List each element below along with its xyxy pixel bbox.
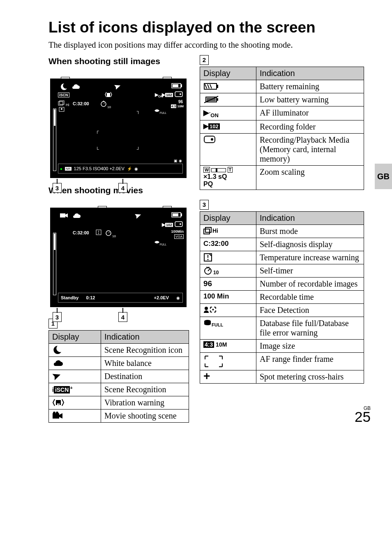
moon-icon bbox=[60, 83, 68, 90]
section-num-3: 3 bbox=[200, 200, 209, 210]
standby-label: Standby bbox=[61, 295, 78, 300]
svg-point-5 bbox=[180, 93, 181, 95]
svg-rect-2 bbox=[173, 84, 178, 87]
table-3: DisplayIndication Hi Burst mode C:32:00 … bbox=[200, 211, 364, 384]
side-tab: GB bbox=[375, 164, 392, 189]
lcd-movie: ▶102 C:32:00 10 100Min VGA FULL bbox=[50, 208, 187, 307]
heading-still: When shooting still images bbox=[48, 56, 189, 66]
battery-icon bbox=[171, 83, 183, 88]
dbfull-icon bbox=[203, 319, 212, 326]
svg-rect-33 bbox=[204, 229, 210, 234]
selftimer-icon bbox=[100, 100, 107, 107]
card-icon bbox=[175, 91, 183, 97]
ev-label: +2.0EV bbox=[154, 295, 169, 300]
selfdiag-cell: C:32:00 bbox=[200, 238, 256, 251]
zoom-line1: ×1.3 sQ bbox=[203, 173, 253, 180]
zoom-t: T bbox=[228, 167, 233, 173]
zoom-line2: PQ bbox=[203, 180, 253, 188]
svg-point-25 bbox=[56, 412, 58, 414]
page-title: List of icons displayed on the screen bbox=[48, 19, 371, 36]
svg-point-9 bbox=[61, 108, 62, 110]
svg-rect-3 bbox=[107, 93, 110, 97]
svg-text:!: ! bbox=[58, 403, 59, 406]
th-indication: Indication bbox=[101, 331, 189, 344]
table-2: DisplayIndication Battery remaining Low … bbox=[200, 67, 364, 190]
svg-rect-31 bbox=[204, 136, 215, 143]
section-num-2: 2 bbox=[200, 55, 209, 65]
svg-rect-34 bbox=[205, 227, 211, 232]
th-display: Display bbox=[49, 331, 101, 344]
vibration-icon: ! bbox=[52, 398, 65, 407]
svg-rect-14 bbox=[173, 213, 178, 216]
afill-on: ON bbox=[210, 112, 219, 118]
iscn-label: iSCN bbox=[58, 93, 69, 97]
moviecam-icon bbox=[60, 212, 69, 219]
svg-rect-4 bbox=[175, 92, 182, 97]
temp-icon bbox=[96, 229, 101, 235]
temp-icon bbox=[203, 253, 212, 262]
lowbatt-icon bbox=[203, 95, 220, 104]
moon-icon bbox=[52, 345, 62, 354]
svg-point-24 bbox=[53, 412, 55, 414]
dbfull-text: FULL bbox=[212, 322, 223, 327]
svg-point-39 bbox=[212, 309, 214, 310]
cloud-icon bbox=[71, 84, 80, 90]
facedet-icon bbox=[203, 306, 217, 313]
svg-point-36 bbox=[208, 259, 209, 260]
plane-icon bbox=[114, 83, 122, 90]
zoom-w: W bbox=[203, 167, 210, 173]
burst-hi: Hi bbox=[212, 227, 218, 234]
vibration-icon bbox=[104, 91, 113, 99]
callout-3: 3 bbox=[53, 183, 62, 193]
plane-icon bbox=[52, 372, 62, 381]
svg-point-38 bbox=[205, 307, 208, 310]
table-1: Display Indication Scene Recognition ico… bbox=[48, 330, 189, 423]
crosshair: + bbox=[200, 370, 256, 383]
callout-m4: 4 bbox=[118, 312, 127, 322]
table-row: Scene Recognition icon bbox=[101, 344, 189, 357]
svg-point-18 bbox=[98, 233, 99, 234]
afframe-icon bbox=[203, 354, 224, 368]
svg-point-16 bbox=[180, 223, 181, 225]
svg-rect-1 bbox=[181, 84, 182, 87]
bottom-bar: 125 F3.5 ISO400 +2.0EV bbox=[74, 166, 125, 171]
burst-icon bbox=[203, 227, 212, 234]
iscn-cell: iSCN bbox=[54, 386, 70, 393]
full-label: FULL bbox=[160, 111, 166, 114]
count-label: 96 bbox=[178, 99, 183, 104]
selfdiag-label: C:32:00 bbox=[73, 101, 89, 106]
lcd-still: iSCN ▶ON ▶102 Hi bbox=[50, 79, 187, 178]
callout-4: 4 bbox=[118, 183, 127, 193]
cloud-icon bbox=[52, 359, 64, 367]
svg-rect-29 bbox=[217, 98, 218, 101]
svg-rect-11 bbox=[60, 213, 65, 217]
hi-label: Hi bbox=[66, 103, 69, 107]
intro-text: The displayed icon positions may differ … bbox=[48, 40, 371, 50]
svg-rect-13 bbox=[181, 213, 182, 216]
svg-rect-7 bbox=[60, 101, 64, 104]
card-icon bbox=[203, 135, 216, 143]
table-row bbox=[49, 344, 101, 357]
folder-label: 102 bbox=[165, 93, 173, 97]
selftimer-icon bbox=[203, 266, 213, 275]
rectime: 100 Min bbox=[200, 290, 256, 303]
face-icon bbox=[59, 107, 65, 112]
svg-rect-27 bbox=[217, 85, 218, 88]
svg-rect-15 bbox=[175, 222, 182, 227]
page-number: GB 25 bbox=[355, 405, 371, 425]
battery-icon bbox=[203, 83, 220, 90]
moviecam-icon bbox=[52, 412, 64, 420]
folder-num: 102 bbox=[208, 123, 220, 130]
num96: 96 bbox=[200, 277, 256, 290]
svg-rect-6 bbox=[58, 102, 63, 105]
burst-icon bbox=[58, 100, 65, 106]
svg-point-32 bbox=[211, 138, 213, 141]
elapsed-label: 0:12 bbox=[86, 295, 95, 300]
svg-rect-23 bbox=[53, 413, 59, 419]
callout-m3: 3 bbox=[53, 312, 62, 322]
